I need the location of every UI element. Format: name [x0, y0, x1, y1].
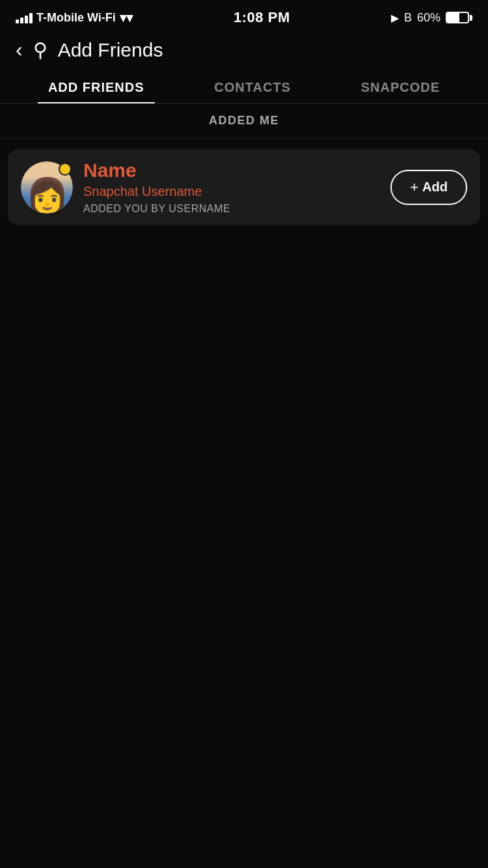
battery-percent: 60% [417, 11, 441, 25]
tab-add-friends[interactable]: ADD FRIENDS [38, 72, 155, 103]
add-friend-button[interactable]: + Add [390, 170, 467, 205]
contact-info: Name Snapchat Username ADDED YOU BY USER… [83, 159, 380, 215]
location-icon: ▶ [391, 12, 399, 24]
signal-bar-4 [29, 13, 33, 23]
contact-name: Name [83, 159, 380, 182]
tab-contacts[interactable]: CONTACTS [204, 72, 301, 103]
contact-username: Snapchat Username [83, 184, 380, 199]
tab-snapcode[interactable]: SNAPCODE [351, 72, 450, 103]
bluetooth-icon: B [404, 11, 412, 25]
signal-bar-1 [16, 20, 19, 23]
wifi-icon: ▾▾ [120, 10, 133, 25]
status-right: ▶ B 60% [391, 11, 472, 25]
battery-body [446, 12, 469, 23]
back-button[interactable]: ‹ [16, 38, 23, 62]
avatar-wrap [21, 161, 73, 213]
battery-fill [447, 13, 459, 22]
status-bar: T-Mobile Wi-Fi ▾▾ 1:08 PM ▶ B 60% [0, 0, 488, 33]
add-plus-icon: + [410, 179, 418, 196]
status-left: T-Mobile Wi-Fi ▾▾ [16, 10, 133, 25]
carrier-label: T-Mobile Wi-Fi [36, 11, 116, 25]
status-time: 1:08 PM [234, 9, 290, 26]
header: ‹ ⚲ Add Friends [0, 33, 488, 72]
signal-icon [16, 12, 33, 23]
tab-bar: ADD FRIENDS CONTACTS SNAPCODE [0, 72, 488, 103]
notification-dot [59, 163, 72, 176]
search-icon[interactable]: ⚲ [33, 38, 47, 61]
contact-card: Name Snapchat Username ADDED YOU BY USER… [8, 149, 480, 225]
signal-bar-3 [25, 16, 28, 23]
battery-tip [470, 15, 472, 21]
signal-bar-2 [20, 18, 23, 23]
add-button-label: Add [422, 180, 448, 195]
contact-added-by: ADDED YOU BY USERNAME [83, 203, 380, 215]
page-title: Add Friends [58, 39, 163, 61]
section-label: ADDED ME [0, 103, 488, 139]
battery-icon [446, 12, 472, 23]
